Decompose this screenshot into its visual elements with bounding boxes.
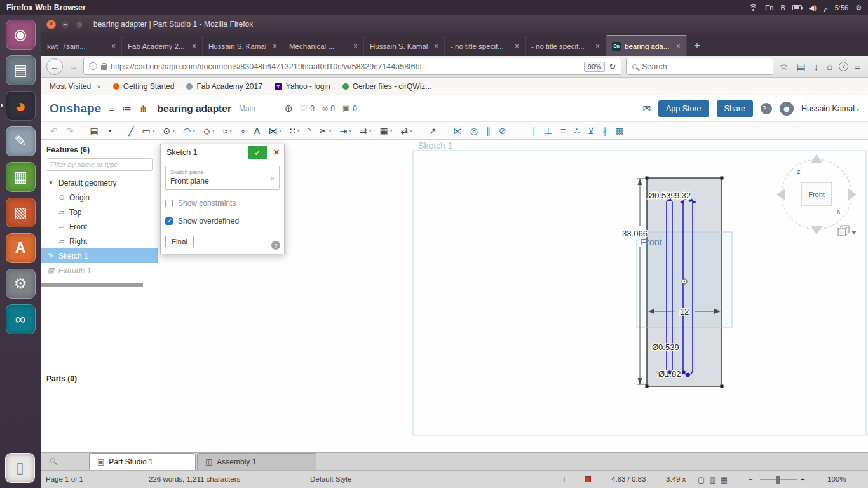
browser-tab[interactable]: Hussain S. Kamal <box>203 36 283 56</box>
dimension-height[interactable]: 33.066 <box>622 229 648 238</box>
window-maximize-button[interactable] <box>74 20 84 29</box>
bookmark-star-icon[interactable]: ☆ <box>778 61 790 72</box>
rollback-bar[interactable] <box>41 283 143 287</box>
firefox-icon[interactable]: ◕ <box>6 91 36 121</box>
polygon-icon[interactable]: ◇ <box>201 125 217 137</box>
reload-icon[interactable]: ↻ <box>609 62 616 71</box>
view-mode-cube-icon[interactable] <box>838 229 846 236</box>
tab-close-icon[interactable] <box>349 42 358 51</box>
home-icon[interactable]: ⌂ <box>825 61 834 72</box>
battery-icon[interactable] <box>792 5 802 10</box>
browser-tab[interactable]: - no title specif... <box>445 36 526 56</box>
front-plane-label[interactable]: Front <box>641 237 662 247</box>
sketch-plane-field[interactable]: Sketch plane Front plane × <box>165 166 280 190</box>
symmetric-constraint-icon[interactable]: ∦ <box>600 125 609 137</box>
book-view-icon[interactable]: ▦ <box>721 475 728 484</box>
new-tab-button[interactable] <box>687 39 707 56</box>
bookmark-fab-academy[interactable]: Fab Academy 2017 <box>186 82 262 91</box>
keyboard-layout-indicator[interactable]: En <box>765 4 773 11</box>
comment-icon[interactable]: ✉ <box>642 103 651 114</box>
tab-close-icon[interactable] <box>430 42 438 51</box>
dialog-help-icon[interactable]: ? <box>271 241 280 250</box>
vertical-constraint-icon[interactable]: ∣ <box>530 125 538 137</box>
corner-handle[interactable] <box>721 385 724 388</box>
normal-constraint-icon[interactable]: ⊻ <box>586 125 596 137</box>
collapse-icon[interactable]: ▾ <box>47 179 55 187</box>
tree-front-plane[interactable]: ▱Front <box>41 219 158 234</box>
globe-icon[interactable]: ⊕ <box>285 103 293 114</box>
browser-tab-active[interactable]: Onbearing ada... <box>606 35 687 56</box>
orbit-icon[interactable]: ◔ <box>105 125 114 137</box>
bluetooth-icon[interactable]: B <box>780 4 785 11</box>
text-tool-icon[interactable]: A <box>252 125 262 137</box>
clear-plane-icon[interactable]: × <box>271 175 275 182</box>
final-button[interactable]: Final <box>165 236 194 247</box>
search-input[interactable] <box>642 62 767 71</box>
object-size[interactable]: 3.49 x <box>666 475 686 483</box>
document-title[interactable]: bearing adapter <box>158 103 231 114</box>
libreoffice-impress-icon[interactable]: ▧ <box>6 198 36 227</box>
url-bar[interactable]: ⓘ 90% ↻ <box>83 58 621 75</box>
page-zoom-indicator[interactable]: 90% <box>584 62 605 72</box>
circle-icon[interactable]: ⊙ <box>161 125 177 137</box>
search-bar[interactable] <box>626 58 773 75</box>
tab-close-icon[interactable] <box>672 42 681 51</box>
bookmark-most-visited[interactable]: Most Visited <box>50 82 101 91</box>
single-page-view-icon[interactable]: ▢ <box>698 475 705 484</box>
line-icon[interactable]: ╱ <box>126 125 135 137</box>
tab-close-icon[interactable] <box>268 42 277 51</box>
midpoint-constraint-icon[interactable]: ∴ <box>572 125 581 137</box>
view-rotate-right-icon[interactable] <box>848 189 857 200</box>
document-modified-icon[interactable] <box>585 476 591 482</box>
extend-icon[interactable]: ⇥ <box>338 125 354 137</box>
coincident-constraint-icon[interactable]: ⋉ <box>451 125 464 137</box>
trim-icon[interactable]: ✂ <box>318 125 334 137</box>
parallel-constraint-icon[interactable]: ∥ <box>484 125 492 137</box>
show-overdefined-row[interactable]: Show overdefined <box>165 217 280 226</box>
dimension-slot[interactable]: 9.32 <box>675 191 691 200</box>
offset-icon[interactable]: ⇉ <box>358 125 374 137</box>
crosshatch-icon[interactable]: ▩ <box>613 125 625 137</box>
workspace-name[interactable]: Main <box>239 104 255 113</box>
corner-handle[interactable] <box>721 177 724 180</box>
tree-top-plane[interactable]: ▱Top <box>41 205 158 219</box>
onshape-menu-icon[interactable]: ≡ <box>109 103 114 114</box>
tree-default-geometry[interactable]: ▾Default geometry <box>41 175 158 190</box>
redo-icon[interactable]: ↷ <box>64 125 76 137</box>
tangent-constraint-icon[interactable]: ⊘ <box>497 125 508 137</box>
trash-icon[interactable]: ▯ <box>5 453 35 483</box>
zoom-level[interactable]: 100% <box>827 475 846 483</box>
copy-counter[interactable]: ▣0 <box>342 104 357 113</box>
https-lock-icon[interactable] <box>101 65 107 70</box>
word-count[interactable]: 226 words, 1,211 characters <box>149 475 240 483</box>
fillet-icon[interactable]: ◝ <box>306 125 313 137</box>
versions-icon[interactable]: ≔ <box>122 103 132 114</box>
app-store-button[interactable]: App Store <box>658 100 709 117</box>
point-icon[interactable]: ∘ <box>238 125 248 137</box>
back-button[interactable]: ← <box>46 58 63 75</box>
browser-tab[interactable]: Mechanical ... <box>283 36 364 56</box>
sketch-vertex[interactable] <box>682 370 686 374</box>
history-icon[interactable]: ⋔ <box>139 103 147 114</box>
tab-assembly[interactable]: ◫Assembly 1 <box>197 453 316 470</box>
arc-icon[interactable]: ◠ <box>181 125 197 137</box>
dimension-diameter-top[interactable]: Ø0.539 <box>648 191 675 200</box>
link-counter[interactable]: ∞0 <box>322 104 335 113</box>
text-editor-icon[interactable]: ✎ <box>6 126 36 156</box>
cursor-position[interactable]: 4.63 / 0.83 <box>611 475 646 483</box>
show-overdefined-checkbox[interactable] <box>165 217 173 225</box>
bookmarks-menu-icon[interactable]: ▤ <box>794 61 807 72</box>
zoom-in-icon[interactable]: + <box>801 475 805 483</box>
multi-page-view-icon[interactable]: ▥ <box>709 475 716 484</box>
wifi-icon[interactable] <box>749 4 758 11</box>
zoom-out-icon[interactable]: − <box>749 475 753 483</box>
corner-handle[interactable] <box>646 177 649 180</box>
url-input[interactable] <box>111 62 580 71</box>
like-counter[interactable]: ♡0 <box>301 104 315 113</box>
tree-right-plane[interactable]: ▱Right <box>41 234 158 248</box>
insert-mode-icon[interactable]: Ⅰ <box>563 475 565 484</box>
corner-handle[interactable] <box>646 385 649 388</box>
tree-origin[interactable]: ⊙Origin <box>41 190 158 205</box>
tab-close-icon[interactable] <box>591 42 600 51</box>
browser-tab[interactable]: - no title specif... <box>526 36 606 56</box>
